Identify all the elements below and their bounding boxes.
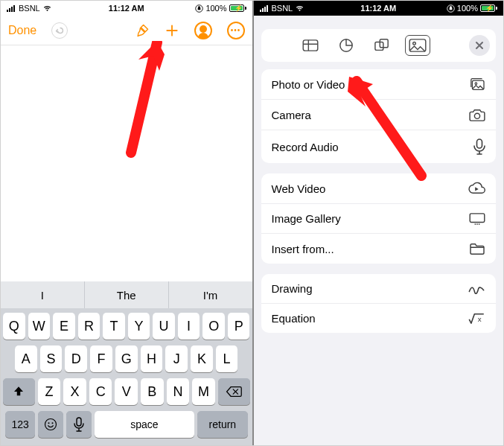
shift-key[interactable] — [3, 378, 35, 405]
suggestion-1[interactable]: I — [1, 281, 84, 308]
status-bar: BSNL 11:12 AM 100% ⚡ — [254, 1, 504, 16]
sqrt-icon: x — [468, 313, 485, 325]
key-b[interactable]: B — [141, 378, 164, 405]
menu-drawing[interactable]: Drawing — [261, 274, 497, 303]
key-l[interactable]: L — [216, 345, 238, 372]
svg-point-14 — [475, 83, 477, 85]
battery-percent-label: 100% — [457, 4, 478, 13]
suggestion-3[interactable]: I'm — [168, 281, 252, 308]
svg-text:x: x — [478, 315, 482, 323]
folder-icon — [469, 242, 485, 255]
status-bar: BSNL 11:12 AM 100% ⚡ — [1, 1, 252, 16]
done-button[interactable]: Done — [8, 24, 36, 37]
svg-point-3 — [48, 422, 50, 424]
key-h[interactable]: H — [141, 345, 163, 372]
menu-label: Web Video — [272, 182, 326, 195]
key-y[interactable]: Y — [128, 313, 150, 340]
return-key[interactable]: return — [197, 411, 247, 438]
battery-percent-label: 100% — [205, 4, 226, 13]
key-c[interactable]: C — [89, 378, 112, 405]
backspace-icon — [226, 385, 242, 398]
annotation-arrow-icon — [116, 41, 168, 160]
suggestion-2[interactable]: The — [84, 281, 168, 308]
key-x[interactable]: X — [63, 378, 86, 405]
svg-point-19 — [476, 223, 478, 225]
close-button[interactable] — [469, 35, 490, 56]
key-p[interactable]: P — [228, 313, 250, 340]
more-button[interactable]: ••• — [227, 22, 245, 39]
key-a[interactable]: A — [15, 345, 37, 372]
svg-point-15 — [474, 113, 479, 118]
add-button[interactable] — [165, 23, 179, 38]
tab-shapes-icon[interactable] — [369, 35, 395, 56]
dictation-key[interactable] — [66, 411, 92, 438]
svg-marker-1 — [138, 41, 165, 71]
key-j[interactable]: J — [165, 345, 188, 372]
menu-label: Record Audio — [272, 141, 339, 153]
shift-icon — [12, 385, 25, 398]
format-brush-icon[interactable] — [135, 23, 150, 38]
note-toolbar: Done ••• — [1, 16, 252, 45]
svg-point-12 — [413, 42, 416, 45]
clock-label: 11:12 AM — [86, 4, 166, 13]
key-i[interactable]: I — [178, 313, 200, 340]
key-g[interactable]: G — [115, 345, 138, 372]
key-v[interactable]: V — [115, 378, 138, 405]
undo-button[interactable] — [51, 22, 68, 39]
numbers-key[interactable]: 123 — [5, 411, 35, 438]
svg-rect-10 — [380, 39, 389, 48]
key-k[interactable]: K — [191, 345, 213, 372]
key-q[interactable]: Q — [3, 313, 25, 340]
tab-media-icon[interactable] — [405, 35, 430, 56]
key-o[interactable]: O — [202, 313, 225, 340]
menu-photo-or-video[interactable]: Photo or Video — [261, 69, 497, 99]
wifi-icon — [295, 4, 304, 12]
key-w[interactable]: W — [28, 313, 51, 340]
battery-icon: ⚡ — [480, 4, 497, 12]
emoji-key[interactable] — [38, 411, 63, 438]
menu-image-gallery[interactable]: Image Gallery — [261, 203, 497, 233]
left-phone-note-editor: BSNL 11:12 AM 100% ⚡ Done ••• — [1, 1, 252, 445]
tab-tables-icon[interactable] — [298, 35, 323, 56]
menu-record-audio[interactable]: Record Audio — [261, 130, 497, 163]
key-r[interactable]: R — [78, 313, 101, 340]
menu-label: Camera — [272, 109, 311, 121]
key-e[interactable]: E — [53, 313, 75, 340]
svg-rect-7 — [303, 40, 318, 51]
key-s[interactable]: S — [40, 345, 63, 372]
clock-label: 11:12 AM — [339, 4, 418, 13]
share-profile-button[interactable] — [194, 22, 212, 39]
menu-label: Drawing — [272, 282, 313, 295]
menu-group-3: Drawing Equation x — [261, 274, 497, 333]
suggestion-bar: I The I'm — [1, 281, 252, 308]
menu-web-video[interactable]: Web Video — [261, 173, 497, 203]
space-key[interactable]: space — [95, 411, 195, 438]
note-body[interactable] — [1, 45, 252, 281]
key-z[interactable]: Z — [38, 378, 61, 405]
key-d[interactable]: D — [65, 345, 87, 372]
svg-point-4 — [52, 422, 54, 424]
menu-equation[interactable]: Equation x — [261, 303, 497, 333]
wifi-icon — [42, 4, 52, 12]
carrier-label: BSNL — [19, 4, 40, 13]
key-n[interactable]: N — [167, 378, 190, 405]
menu-label: Insert from... — [272, 243, 334, 255]
scribble-icon — [468, 284, 485, 294]
battery-icon: ⚡ — [229, 4, 246, 12]
cloud-play-icon — [468, 182, 485, 195]
orientation-lock-icon — [195, 4, 203, 13]
orientation-lock-icon — [447, 4, 455, 13]
menu-insert-from[interactable]: Insert from... — [261, 233, 497, 264]
carrier-label: BSNL — [272, 4, 293, 13]
key-f[interactable]: F — [90, 345, 112, 372]
tab-charts-icon[interactable] — [334, 35, 359, 56]
key-u[interactable]: U — [153, 313, 175, 340]
keyboard: I The I'm Q W E R T Y U I O P A S D F — [1, 281, 252, 445]
svg-rect-9 — [375, 42, 383, 50]
backspace-key[interactable] — [218, 378, 250, 405]
microphone-icon — [473, 138, 485, 155]
menu-camera[interactable]: Camera — [261, 99, 497, 130]
signal-icon — [260, 5, 268, 12]
key-m[interactable]: M — [192, 378, 215, 405]
key-t[interactable]: T — [103, 313, 125, 340]
